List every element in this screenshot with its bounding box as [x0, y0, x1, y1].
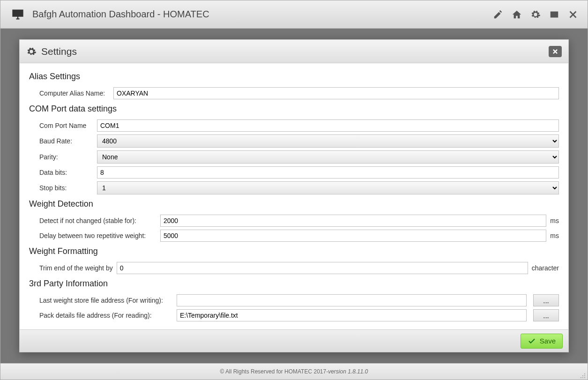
section-thirdparty-heading: 3rd Party Information	[29, 279, 559, 289]
computer-alias-input[interactable]	[113, 87, 559, 99]
check-icon	[528, 337, 536, 345]
trim-unit: character	[532, 264, 559, 272]
svg-point-0	[584, 373, 585, 374]
section-detection-heading: Weight Detection	[29, 199, 559, 209]
titlebar-left: Bafgh Automation Dashboard - HOMATEC	[10, 8, 209, 21]
delay-label: Delay between two repetitive weight:	[39, 232, 156, 239]
databits-input[interactable]	[97, 166, 559, 179]
modal-close-button[interactable]	[549, 46, 562, 57]
svg-point-5	[581, 377, 581, 378]
gear-icon	[26, 46, 37, 57]
baud-rate-select[interactable]: 4800	[97, 134, 559, 148]
databits-label: Data bits:	[39, 169, 93, 176]
trim-label: Trim end of the weight by	[39, 264, 113, 272]
parity-label: Parity:	[39, 153, 93, 161]
titlebar: Bafgh Automation Dashboard - HOMATEC	[0, 0, 588, 29]
close-icon[interactable]	[568, 9, 578, 20]
svg-point-4	[582, 377, 583, 378]
comport-name-input[interactable]	[97, 119, 559, 132]
trim-input[interactable]	[117, 262, 528, 274]
parity-select[interactable]: None	[97, 150, 559, 164]
home-icon[interactable]	[512, 9, 522, 20]
writefile-input[interactable]	[177, 294, 527, 306]
save-button[interactable]: Save	[521, 334, 563, 349]
modal-header: Settings	[20, 40, 568, 63]
baud-rate-label: Baud Rate:	[39, 137, 93, 145]
section-comport-heading: COM Port data settings	[29, 104, 559, 114]
section-alias-heading: Alias Settings	[29, 72, 559, 82]
stopbits-select[interactable]: 1	[97, 181, 559, 194]
readfile-label: Pack details file address (For reading):	[39, 312, 173, 319]
settings-modal: Settings Alias Settings Computer Alias N…	[19, 39, 569, 352]
stable-unit: ms	[550, 217, 559, 224]
app-title: Bafgh Automation Dashboard - HOMATEC	[32, 9, 209, 20]
app-footer: © All Rights Reserved for HOMATEC 2017- …	[0, 363, 588, 380]
computer-alias-label: Computer Alias Name:	[39, 89, 110, 97]
readfile-input[interactable]	[177, 309, 527, 321]
stable-label: Detect if not changed (stable for):	[39, 217, 156, 224]
gear-icon[interactable]	[530, 9, 541, 20]
window-icon[interactable]	[549, 9, 559, 20]
modal-title: Settings	[41, 46, 77, 57]
stopbits-label: Stop bits:	[39, 184, 93, 192]
readfile-browse-button[interactable]: ...	[533, 309, 559, 321]
writefile-browse-button[interactable]: ...	[533, 294, 559, 306]
section-formatting-heading: Weight Formatting	[29, 246, 559, 256]
close-icon	[552, 48, 558, 55]
writefile-label: Last weight store file address (For writ…	[39, 297, 173, 304]
stable-input[interactable]	[160, 215, 546, 227]
modal-body[interactable]: Alias Settings Computer Alias Name: COM …	[20, 63, 568, 329]
save-button-label: Save	[540, 337, 556, 345]
svg-point-3	[584, 377, 585, 378]
monitor-icon	[10, 8, 26, 21]
svg-point-1	[584, 375, 585, 376]
modal-footer: Save	[20, 329, 568, 352]
footer-copyright: © All Rights Reserved for HOMATEC 2017-	[220, 368, 328, 375]
delay-unit: ms	[550, 232, 559, 239]
footer-version: version 1.8.11.0	[328, 368, 368, 375]
pencil-icon[interactable]	[493, 9, 503, 20]
resize-grip[interactable]	[580, 373, 586, 379]
comport-name-label: Com Port Name	[39, 122, 93, 129]
titlebar-actions	[493, 9, 578, 20]
delay-input[interactable]	[160, 230, 546, 242]
svg-point-2	[582, 375, 583, 376]
